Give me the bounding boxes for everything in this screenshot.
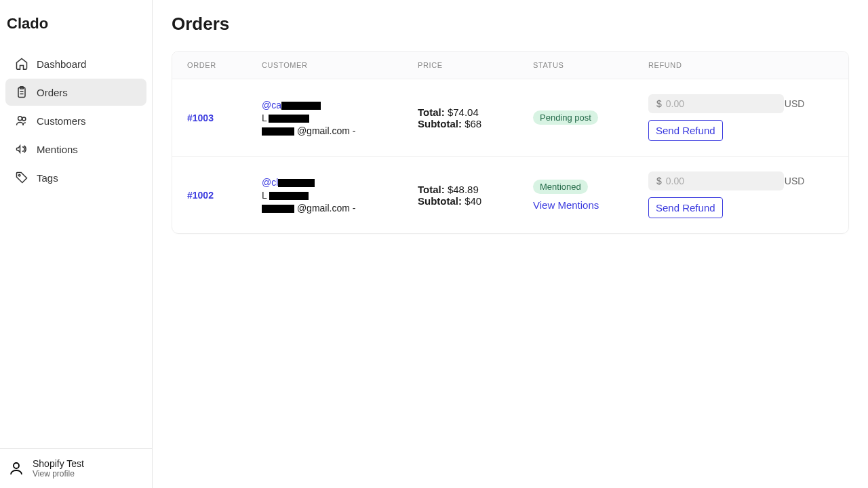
profile-subtitle: View profile [33,469,84,479]
redacted [269,192,309,200]
table-row: #1003 @ca L @gmail.com - Total: $74.04 S… [172,79,848,157]
svg-point-6 [18,174,20,176]
total-label: Total: [418,106,445,118]
status-badge: Pending post [533,110,598,125]
subtotal-label: Subtotal: [418,195,462,207]
send-refund-button[interactable]: Send Refund [648,120,723,141]
clipboard-icon [15,85,28,99]
currency-symbol: $ [656,98,662,109]
send-refund-button[interactable]: Send Refund [648,197,723,218]
customer-name-prefix: L [262,113,267,123]
customer-handle-link[interactable]: @ca [262,100,281,110]
col-price: PRICE [418,61,533,69]
subtotal-value: $68 [465,118,481,129]
total-label: Total: [418,184,445,195]
redacted [278,179,315,187]
sidebar-item-orders[interactable]: Orders [5,79,146,106]
refund-input-group: $ USD [648,171,784,190]
col-status: STATUS [533,61,648,69]
redacted [269,115,309,123]
currency-label: USD [785,176,805,186]
home-icon [15,57,28,70]
user-icon [8,460,24,476]
table-row: #1002 @cl L @gmail.com - Total: $48.89 S… [172,157,848,233]
view-mentions-link[interactable]: View Mentions [533,199,648,211]
subtotal-value: $40 [465,195,481,207]
currency-label: USD [785,98,805,109]
currency-symbol: $ [656,176,662,186]
sidebar-item-label: Dashboard [37,58,86,70]
order-id-link[interactable]: #1002 [187,190,214,201]
megaphone-icon [15,142,28,156]
sidebar-item-dashboard[interactable]: Dashboard [5,50,146,77]
sidebar-item-mentions[interactable]: Mentions [5,136,146,163]
sidebar-item-label: Tags [37,172,58,184]
status-badge: Mentioned [533,180,588,194]
tag-icon [15,171,28,184]
profile-link[interactable]: Shopify Test View profile [0,448,152,488]
users-icon [15,114,28,127]
customer-email-suffix: @gmail.com - [297,203,356,214]
svg-point-7 [14,463,19,468]
total-value: $48.89 [448,184,479,195]
redacted [262,127,294,136]
refund-amount-input[interactable] [666,98,785,109]
sidebar-item-label: Orders [37,87,68,98]
table-header: ORDER CUSTOMER PRICE STATUS REFUND [172,52,848,79]
refund-amount-input[interactable] [666,176,785,186]
page-title: Orders [172,14,849,35]
sidebar-item-label: Customers [37,115,86,127]
sidebar-item-tags[interactable]: Tags [5,164,146,191]
total-value: $74.04 [448,106,479,118]
subtotal-label: Subtotal: [418,118,462,129]
customer-name-prefix: L [262,190,267,201]
profile-name: Shopify Test [33,458,84,469]
col-order: ORDER [187,61,262,69]
svg-point-5 [22,117,26,121]
sidebar-nav: Dashboard Orders Customers Mentions Tags [0,45,152,448]
refund-input-group: $ USD [648,94,784,113]
order-id-link[interactable]: #1003 [187,113,214,123]
sidebar-item-label: Mentions [37,144,78,155]
redacted [281,102,321,110]
col-customer: CUSTOMER [262,61,418,69]
customer-handle-link[interactable]: @cl [262,177,278,188]
orders-table: ORDER CUSTOMER PRICE STATUS REFUND #1003… [172,51,849,234]
customer-email-suffix: @gmail.com - [297,125,356,136]
col-refund: REFUND [648,61,833,69]
brand-logo[interactable]: Clado [0,0,152,45]
sidebar-item-customers[interactable]: Customers [5,107,146,134]
redacted [262,205,294,213]
svg-point-4 [18,117,22,121]
